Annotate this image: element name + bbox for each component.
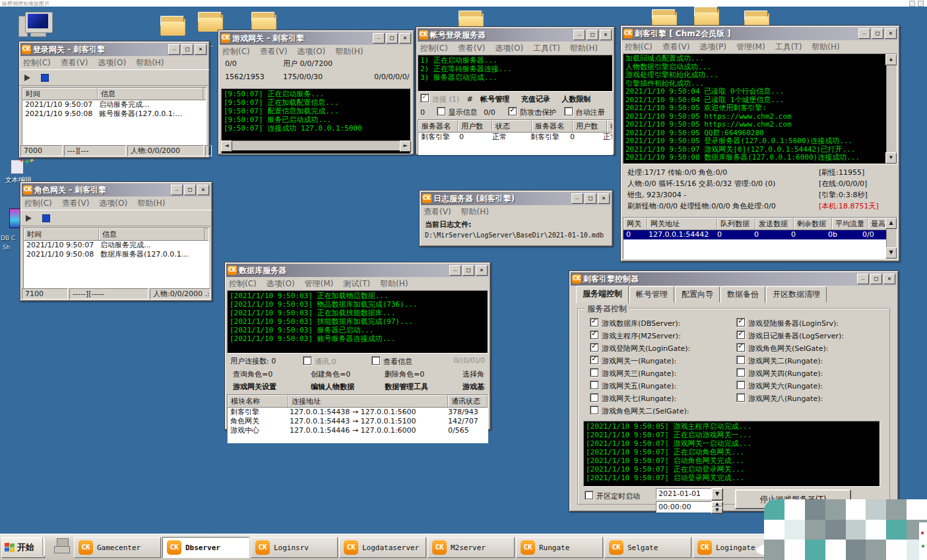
server-checkbox-item[interactable]: 游戏角色网关二(SelGate): — [590, 406, 736, 418]
server-checkbox-item[interactable]: 游戏网关七(Rungate): — [590, 393, 736, 406]
server-checkbox-item[interactable]: 游戏登陆网关(LoginGate): — [590, 343, 736, 356]
titlebar[interactable]: 日志服务器 (刺客引擎) — [421, 192, 611, 205]
cell[interactable]: 正常 — [490, 133, 528, 142]
horizontal-scrollbar[interactable]: ◄► — [221, 140, 411, 150]
minimize-button[interactable] — [449, 265, 461, 276]
cell[interactable]: 0 — [457, 133, 490, 142]
table-row[interactable]: 角色网关127.0.0.1:54443 → 127.0.0.1:5100142/… — [228, 417, 488, 426]
menu-item[interactable]: 选项(O) — [98, 57, 126, 69]
titlebar[interactable]: 刺客引擎控制器 — [571, 272, 897, 286]
checkbox[interactable] — [590, 393, 599, 402]
checkbox[interactable] — [736, 330, 746, 340]
maximize-button[interactable] — [184, 185, 196, 195]
server-checkbox-item[interactable]: 游戏网关一(Rungate): — [590, 356, 736, 368]
close-button[interactable] — [885, 28, 897, 39]
menu-item[interactable]: 控制(C) — [24, 198, 52, 209]
cell[interactable]: 0 — [715, 230, 751, 239]
checkbox[interactable] — [736, 318, 746, 327]
minimize-button[interactable] — [858, 28, 870, 39]
titlebar[interactable]: 刺客引擎 [ Chm2会员版 ] — [622, 27, 898, 40]
recharge-link[interactable]: 充值记录 — [521, 95, 550, 104]
cell[interactable]: 刺客引擎 — [418, 133, 457, 142]
menu-item[interactable]: 控制(C) — [23, 57, 51, 69]
header-cell[interactable]: 时间 — [24, 228, 99, 240]
maximize-button[interactable] — [870, 274, 882, 284]
menu-item[interactable]: 控制(C) — [625, 42, 653, 53]
menu-item[interactable]: 测试(T) — [343, 278, 370, 290]
server-checkbox-item[interactable]: 游戏网关八(Rungate): — [736, 393, 888, 406]
connect-checkbox[interactable] — [420, 94, 430, 103]
cell[interactable]: 编辑人物数据 — [308, 383, 382, 392]
menu-item[interactable]: 工具(T) — [775, 42, 802, 53]
menu-item[interactable]: 管理(M) — [736, 42, 765, 53]
menu-item[interactable]: 帮助(H) — [136, 57, 164, 69]
checkbox[interactable] — [590, 330, 599, 340]
header-cell[interactable]: 信息 — [99, 228, 205, 240]
header-cell[interactable]: 状态 — [607, 120, 613, 132]
server-checkbox-item[interactable]: 游戏网关四(Rungate): — [736, 368, 888, 381]
titlebar[interactable]: 数据库服务器 — [226, 264, 489, 277]
server-checkbox-item[interactable]: 游戏登陆服务器(LoginSrv): — [736, 318, 888, 330]
checkbox[interactable] — [736, 368, 746, 377]
text-edit-icon[interactable]: +++ — [11, 158, 30, 174]
cell[interactable]: 127.0.0.1:54442 — [646, 230, 715, 239]
list-header[interactable]: 时间信息 — [22, 88, 206, 100]
checkbox[interactable] — [590, 318, 599, 327]
header-cell[interactable]: 网关地址 — [647, 218, 717, 230]
folder-icon[interactable] — [160, 16, 185, 36]
minimize-button[interactable] — [168, 44, 180, 55]
cell[interactable]: 0b — [825, 230, 860, 239]
server-checkbox-item[interactable]: 游戏网关五(Rungate): — [590, 381, 736, 393]
menu-item[interactable]: 工具(T) — [533, 43, 560, 54]
cell[interactable]: 正常 — [600, 133, 612, 142]
table-row[interactable]: 2021/1/10 9:50:07启动服务完成... — [24, 241, 208, 250]
folder-icon[interactable] — [694, 7, 719, 26]
menu-item[interactable]: 帮助(H) — [812, 42, 839, 53]
titlebar[interactable]: 游戏网关 - 刺客引擎 — [220, 32, 412, 45]
stop-icon[interactable] — [42, 214, 50, 222]
menu-item[interactable]: 帮助(H) — [570, 43, 598, 54]
menu-item[interactable]: 查看(V) — [62, 198, 90, 209]
checkbox[interactable] — [590, 368, 599, 377]
start-icon[interactable] — [26, 215, 32, 222]
menu-item[interactable]: 控制(C) — [229, 278, 257, 290]
checkbox[interactable] — [590, 356, 599, 365]
header-cell[interactable]: 服务器名 — [418, 120, 458, 132]
menu-item[interactable]: 查看(V) — [260, 46, 288, 57]
header-cell[interactable]: 网关 — [623, 218, 647, 230]
menu-item[interactable]: 帮助(H) — [137, 198, 165, 209]
cell[interactable]: 刺客引擎 — [528, 133, 567, 142]
taskbar-button-rungate[interactable]: Rungate — [516, 537, 603, 558]
show-info-checkbox[interactable] — [437, 107, 446, 116]
server-checkbox-item[interactable]: 游戏网关二(Rungate): — [736, 356, 888, 368]
list-header[interactable]: 网关网关地址队列数据发送数据剩余数据平均流量最高人数 — [623, 218, 897, 230]
table-row[interactable]: 2021/1/10 9:50:08账号服务器(127.0.0.1:... — [22, 109, 206, 119]
menu-item[interactable]: 帮助(H) — [380, 278, 408, 290]
checkbox[interactable] — [590, 381, 599, 390]
titlebar[interactable]: 登录网关 - 刺客引擎 — [20, 43, 208, 56]
tab-item[interactable]: 数据备份 — [720, 286, 765, 303]
list-header[interactable]: 时间信息 — [24, 228, 208, 241]
checkbox[interactable] — [736, 381, 746, 390]
header-cell[interactable]: 服务器名 — [532, 120, 573, 132]
menu-item[interactable]: 管理(M) — [305, 278, 334, 290]
stop-icon[interactable] — [41, 74, 49, 82]
comm-checkbox[interactable] — [303, 356, 312, 365]
close-button[interactable] — [195, 44, 207, 55]
header-cell[interactable]: 时间 — [22, 88, 98, 100]
header-cell[interactable]: 用户数 — [458, 120, 492, 132]
titlebar[interactable]: 角色网关 - 刺客引擎 — [22, 183, 210, 197]
menu-item[interactable]: 帮助(H) — [461, 206, 489, 218]
folder-icon[interactable] — [251, 12, 276, 32]
quick-launch-icon[interactable] — [51, 538, 71, 555]
table-row-selected[interactable]: 0127.0.0.1:544420000b0/0 — [623, 230, 897, 239]
close-button[interactable] — [399, 33, 411, 44]
checkbox[interactable] — [736, 393, 746, 402]
cell[interactable]: 0 — [751, 230, 788, 239]
tab-item[interactable]: 配置向导 — [675, 286, 720, 303]
top-right-icon[interactable] — [918, 1, 924, 7]
table-row[interactable]: 刺客引擎127.0.0.1:54438 → 127.0.0.1:5600378/… — [228, 408, 488, 417]
menu-item[interactable]: 查看(V) — [61, 57, 88, 69]
menu-item[interactable]: 选项(O) — [99, 198, 127, 209]
header-cell[interactable]: 状态 — [492, 120, 532, 132]
